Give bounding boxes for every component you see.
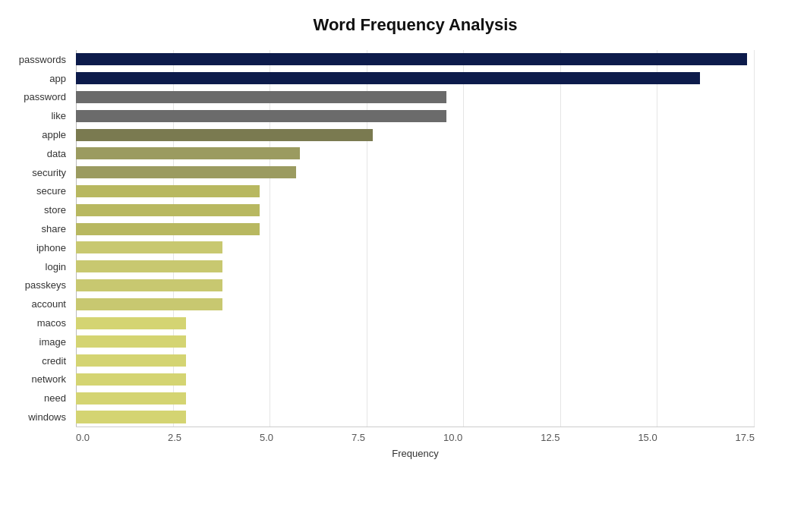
- bar-fill: [76, 298, 222, 310]
- bar-row: need: [76, 389, 755, 408]
- bar-fill: [76, 185, 260, 197]
- bar-label: image: [39, 336, 72, 348]
- bar-label: windows: [28, 411, 72, 423]
- chart-title: Word Frequency Analysis: [76, 15, 755, 35]
- bar-fill: [76, 317, 186, 329]
- bar-fill: [76, 392, 186, 405]
- bar-row: store: [76, 200, 755, 219]
- bar-label: iphone: [36, 242, 72, 253]
- bar-label: security: [32, 167, 72, 178]
- bar-fill: [76, 72, 700, 84]
- x-tick-label: 17.5: [736, 432, 755, 443]
- x-ticks: 0.02.55.07.510.012.515.017.5: [76, 427, 755, 443]
- bar-row: account: [76, 294, 755, 313]
- bar-row: secure: [76, 182, 755, 201]
- bar-fill: [76, 166, 296, 178]
- bar-row: passwords: [76, 50, 755, 69]
- chart-container: Word Frequency Analysis passwordsapppass…: [0, 0, 785, 532]
- bar-label: password: [24, 91, 72, 102]
- bar-row: security: [76, 163, 755, 182]
- x-tick-label: 7.5: [352, 432, 365, 443]
- bar-fill: [76, 335, 186, 348]
- bar-label: macos: [37, 317, 72, 329]
- bar-fill: [76, 147, 300, 159]
- bar-label: need: [44, 392, 72, 404]
- bar-fill: [76, 223, 260, 235]
- bars-container: passwordsapppasswordlikeappledatasecurit…: [76, 50, 755, 427]
- x-axis-label: Frequency: [76, 448, 755, 459]
- bar-label: data: [47, 148, 72, 159]
- bar-fill: [76, 279, 222, 291]
- bar-fill: [76, 53, 747, 65]
- bar-row: windows: [76, 408, 755, 427]
- bar-row: data: [76, 144, 755, 163]
- bar-label: app: [49, 73, 72, 84]
- bar-fill: [76, 354, 186, 367]
- x-tick-label: 12.5: [541, 432, 560, 443]
- bar-label: store: [44, 204, 72, 216]
- bar-fill: [76, 91, 446, 103]
- bar-row: password: [76, 88, 755, 107]
- bar-row: image: [76, 332, 755, 351]
- bar-row: apple: [76, 125, 755, 144]
- x-tick-label: 10.0: [443, 432, 462, 443]
- bar-row: iphone: [76, 238, 755, 257]
- bar-label: passkeys: [25, 279, 72, 291]
- bar-label: credit: [42, 355, 72, 367]
- bar-label: secure: [36, 185, 72, 197]
- x-tick-label: 15.0: [638, 432, 657, 443]
- x-tick-label: 0.0: [76, 432, 90, 443]
- x-tick-label: 5.0: [260, 432, 273, 443]
- bar-label: share: [41, 223, 72, 235]
- x-axis: 0.02.55.07.510.012.515.017.5 Frequency: [76, 427, 755, 464]
- bar-row: like: [76, 106, 755, 125]
- bar-fill: [76, 260, 222, 272]
- bar-label: login: [46, 261, 72, 272]
- bar-label: passwords: [19, 54, 72, 65]
- bar-row: share: [76, 219, 755, 238]
- bar-fill: [76, 241, 222, 253]
- bar-row: credit: [76, 351, 755, 370]
- bar-fill: [76, 110, 446, 122]
- bar-fill: [76, 129, 373, 141]
- bar-row: macos: [76, 313, 755, 332]
- bar-row: passkeys: [76, 276, 755, 295]
- bar-fill: [76, 411, 186, 423]
- bar-row: app: [76, 69, 755, 88]
- bar-label: network: [31, 373, 72, 385]
- bar-label: like: [51, 110, 72, 121]
- bar-fill: [76, 373, 186, 386]
- bar-label: account: [31, 298, 72, 310]
- bar-fill: [76, 204, 260, 216]
- bar-row: login: [76, 257, 755, 276]
- bar-row: network: [76, 370, 755, 389]
- x-tick-label: 2.5: [168, 432, 181, 443]
- bar-label: apple: [42, 129, 72, 140]
